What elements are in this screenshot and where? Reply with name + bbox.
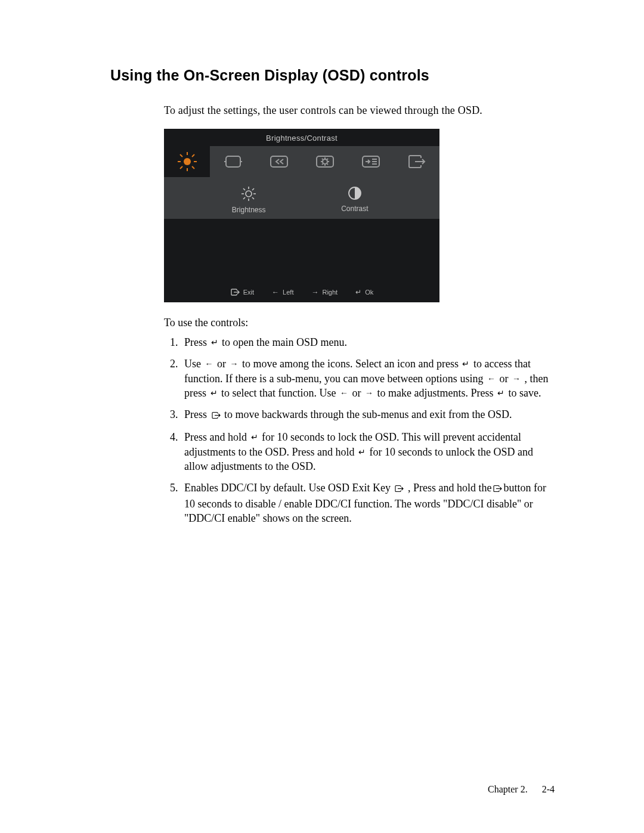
osd-footer-bar: Exit ← Left → Right ↵ Ok bbox=[164, 283, 439, 302]
svg-point-28 bbox=[246, 191, 252, 197]
osd-blank-area bbox=[164, 219, 439, 283]
options-icon bbox=[361, 153, 381, 170]
osd-submenu: Brightness Contrast bbox=[164, 177, 439, 219]
section-heading: Using the On-Screen Display (OSD) contro… bbox=[110, 67, 555, 84]
svg-line-36 bbox=[252, 188, 254, 190]
enter-key-icon: ↵ bbox=[250, 432, 259, 443]
step-3-text-b: to move backwards through the sub-menus … bbox=[222, 408, 512, 420]
properties-icon bbox=[315, 153, 335, 170]
osd-sub-brightness[interactable]: Brightness bbox=[196, 185, 302, 214]
osd-tab-exit[interactable] bbox=[394, 146, 439, 177]
osd-sub-contrast[interactable]: Contrast bbox=[302, 185, 408, 214]
footer-page-number: 2-4 bbox=[542, 784, 555, 794]
osd-hint-exit-label: Exit bbox=[243, 289, 254, 296]
step-1: Press ↵ to open the main OSD menu. bbox=[181, 335, 555, 349]
svg-line-34 bbox=[252, 197, 254, 199]
osd-sub-contrast-label: Contrast bbox=[341, 205, 368, 213]
position-icon bbox=[223, 153, 243, 170]
instruction-list: Press ↵ to open the main OSD menu. Use ←… bbox=[164, 335, 555, 525]
osd-tab-bar bbox=[164, 146, 439, 177]
step-3-text-a: Press bbox=[184, 408, 210, 420]
svg-line-6 bbox=[192, 166, 194, 169]
arrow-right-icon: → bbox=[511, 373, 522, 385]
step-2-text-i: to make adjustments. Press bbox=[374, 387, 496, 399]
arrow-right-icon: → bbox=[229, 358, 240, 370]
svg-line-7 bbox=[180, 166, 182, 169]
osd-tab-image-setup[interactable] bbox=[256, 146, 302, 177]
osd-hint-ok: ↵ Ok bbox=[355, 288, 373, 296]
page-footer: Chapter 2.2-4 bbox=[488, 784, 555, 795]
arrow-left-icon: ← bbox=[204, 358, 215, 370]
osd-hint-right-label: Right bbox=[322, 289, 338, 296]
enter-key-icon: ↵ bbox=[461, 358, 470, 370]
osd-tab-image-position[interactable] bbox=[210, 146, 256, 177]
step-2-text-g: to select that function. Use bbox=[219, 387, 339, 399]
enter-key-icon: ↵ bbox=[209, 388, 219, 399]
osd-hint-right: → Right bbox=[311, 288, 338, 296]
svg-line-8 bbox=[192, 154, 194, 157]
svg-line-20 bbox=[327, 164, 328, 165]
svg-line-22 bbox=[327, 159, 328, 160]
step-2-text-b: or bbox=[215, 358, 229, 370]
exit-icon bbox=[407, 153, 427, 170]
osd-tab-brightness-contrast[interactable] bbox=[164, 146, 210, 177]
svg-point-14 bbox=[323, 159, 327, 164]
osd-hint-left: ← Left bbox=[272, 288, 293, 296]
osd-hint-left-label: Left bbox=[283, 289, 293, 296]
osd-hint-exit: Exit bbox=[230, 288, 254, 296]
manual-page: Using the On-Screen Display (OSD) contro… bbox=[0, 0, 644, 833]
step-4-text-a: Press and hold bbox=[184, 431, 250, 443]
exit-key-icon bbox=[491, 482, 503, 496]
footer-chapter: Chapter 2. bbox=[488, 784, 528, 794]
arrow-right-icon: → bbox=[364, 388, 374, 399]
arrow-left-icon: ← bbox=[486, 373, 497, 385]
step-2-text-h: or bbox=[349, 387, 364, 399]
contrast-icon bbox=[347, 185, 363, 201]
enter-key-icon: ↵ bbox=[210, 337, 219, 348]
svg-rect-12 bbox=[271, 156, 287, 167]
osd-hint-ok-label: Ok bbox=[365, 289, 373, 296]
arrow-left-icon: ← bbox=[272, 288, 279, 296]
svg-point-0 bbox=[184, 158, 191, 165]
svg-rect-9 bbox=[226, 156, 240, 167]
osd-sub-spacer-left bbox=[164, 185, 196, 214]
exit-key-icon bbox=[210, 408, 222, 423]
step-5-text-a: Enables DDC/CI by default. Use OSD Exit … bbox=[184, 482, 393, 494]
exit-small-icon bbox=[230, 288, 240, 296]
lead-paragraph: To use the controls: bbox=[164, 317, 555, 329]
svg-line-21 bbox=[322, 164, 323, 165]
exit-key-icon bbox=[393, 482, 405, 496]
setup-icon bbox=[269, 153, 289, 170]
step-2-text-a: Use bbox=[184, 358, 204, 370]
step-2: Use ← or → to move among the icons. Sele… bbox=[181, 357, 555, 400]
svg-line-19 bbox=[322, 159, 323, 160]
brightness-icon bbox=[240, 185, 257, 202]
osd-sub-brightness-label: Brightness bbox=[232, 206, 266, 214]
svg-line-33 bbox=[243, 188, 245, 190]
enter-key-icon: ↵ bbox=[496, 388, 506, 399]
step-4: Press and hold ↵ for 10 seconds to lock … bbox=[181, 430, 555, 473]
svg-line-35 bbox=[243, 197, 245, 199]
enter-key-icon: ↵ bbox=[357, 447, 367, 458]
osd-header: Brightness/Contrast bbox=[164, 129, 439, 146]
step-5-text-b: , Press and hold the bbox=[405, 482, 491, 494]
step-1-text-a: Press bbox=[184, 336, 210, 348]
sun-icon bbox=[177, 151, 197, 172]
osd-sub-spacer-right bbox=[408, 185, 439, 214]
osd-tab-image-properties[interactable] bbox=[302, 146, 348, 177]
intro-paragraph: To adjust the settings, the user control… bbox=[164, 104, 555, 117]
arrow-left-icon: ← bbox=[339, 388, 349, 399]
step-2-text-j: to save. bbox=[506, 387, 541, 399]
osd-panel: Brightness/Contrast bbox=[164, 129, 439, 302]
step-2-text-e: or bbox=[497, 373, 511, 385]
step-3: Press to move backwards through the sub-… bbox=[181, 407, 555, 423]
arrow-right-icon: → bbox=[311, 288, 318, 296]
osd-tab-options[interactable] bbox=[348, 146, 394, 177]
step-2-text-c: to move among the icons. Select an icon … bbox=[240, 358, 462, 370]
svg-line-5 bbox=[180, 154, 182, 157]
step-1-text-b: to open the main OSD menu. bbox=[219, 336, 347, 348]
enter-icon: ↵ bbox=[355, 288, 361, 296]
step-5: Enables DDC/CI by default. Use OSD Exit … bbox=[181, 481, 555, 525]
